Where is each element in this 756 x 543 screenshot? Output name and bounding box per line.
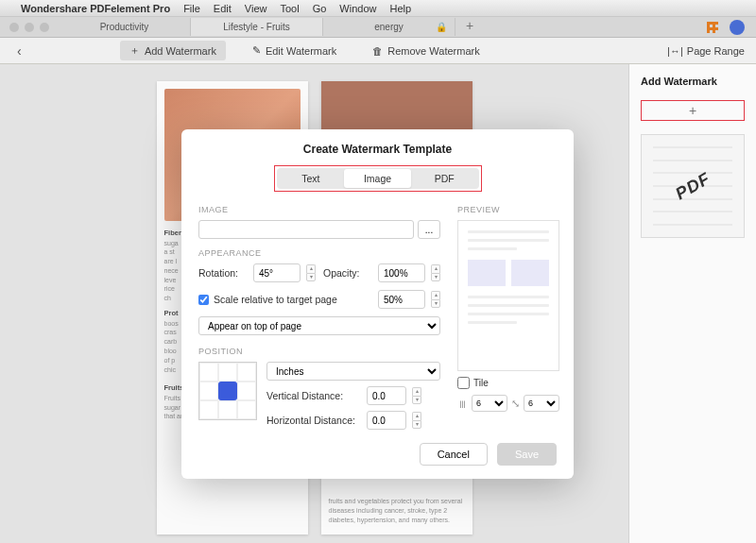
tab-image[interactable]: Image — [344, 169, 411, 188]
hdist-input[interactable] — [367, 411, 406, 430]
section-image: IMAGE — [198, 205, 440, 214]
rotation-spinner[interactable]: ▴▾ — [306, 264, 316, 281]
vdist-spinner[interactable]: ▴▾ — [412, 387, 421, 404]
tile-label: Tile — [473, 378, 489, 388]
scale-spinner[interactable]: ▴▾ — [431, 291, 440, 308]
tab-text[interactable]: Text — [278, 169, 345, 188]
browse-button[interactable]: ... — [418, 220, 440, 239]
layer-select[interactable]: Appear on top of page — [198, 316, 440, 335]
section-preview: PREVIEW — [457, 205, 559, 214]
scale-label: Scale relative to target page — [214, 294, 337, 305]
section-position: POSITION — [198, 347, 440, 356]
modal-title: Create Watermark Template — [198, 143, 557, 156]
tile-h-select[interactable]: 6 — [472, 395, 507, 412]
position-grid[interactable] — [198, 362, 257, 420]
hdist-label: Horizontal Distance: — [266, 415, 361, 426]
save-button[interactable]: Save — [497, 443, 557, 466]
vdist-input[interactable] — [367, 386, 406, 405]
opacity-spinner[interactable]: ▴▾ — [431, 264, 440, 281]
scale-checkbox[interactable] — [198, 295, 209, 305]
rotation-input[interactable] — [253, 263, 301, 282]
opacity-label: Opacity: — [323, 267, 372, 279]
watermark-type-segmented: Text Image PDF — [274, 165, 482, 192]
image-path-input[interactable] — [198, 220, 414, 239]
rotation-label: Rotation: — [198, 267, 248, 279]
tile-v-select[interactable]: 6 — [524, 395, 559, 412]
section-appearance: APPEARANCE — [198, 248, 440, 258]
tile-v-icon: ⤡ — [511, 398, 520, 410]
scale-input[interactable] — [378, 290, 425, 309]
tile-checkbox[interactable] — [457, 377, 470, 389]
tile-h-icon: ⫼ — [457, 398, 468, 409]
preview-box — [457, 220, 559, 371]
opacity-input[interactable] — [378, 263, 425, 282]
hdist-spinner[interactable]: ▴▾ — [412, 412, 421, 429]
tab-pdf[interactable]: PDF — [411, 169, 478, 188]
watermark-modal: Create Watermark Template Text Image PDF… — [181, 129, 574, 479]
units-select[interactable]: Inches — [266, 362, 440, 381]
vdist-label: Vertical Distance: — [266, 390, 361, 401]
cancel-button[interactable]: Cancel — [420, 443, 488, 466]
